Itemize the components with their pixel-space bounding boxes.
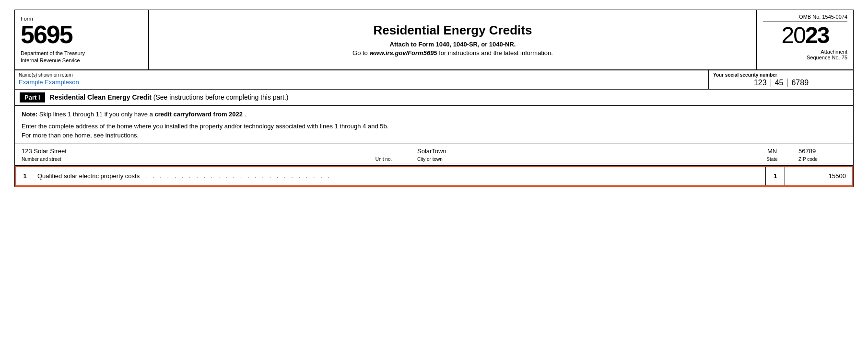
line-desc-text-1: Qualified solar electric property costs: [37, 172, 140, 180]
line-number-1: 1: [16, 167, 34, 185]
ssn-part1: 123: [754, 79, 767, 87]
attachment-text: Attachment Sequence No. 75: [763, 49, 847, 60]
line-rows-container: 1 Qualified solar electric property cost…: [15, 166, 853, 187]
address-zip-value: 56789: [798, 147, 846, 156]
note-end: .: [245, 111, 246, 118]
address-row: 123 Solar Street Number and street Unit …: [22, 147, 846, 163]
part1-header: Part I Residential Clean Energy Credit (…: [15, 90, 853, 106]
dept-line2: Internal Revenue Service: [21, 57, 80, 63]
main-title: Residential Energy Credits: [159, 23, 747, 38]
name-ssn-row: Name(s) shown on return Example Examples…: [15, 70, 853, 90]
note-section: Note: Skip lines 1 through 11 if you onl…: [15, 106, 853, 144]
line-desc-1: Qualified solar electric property costs …: [34, 167, 765, 185]
year-prefix: 20: [782, 23, 805, 48]
taxpayer-name: Example Exampleson: [19, 79, 704, 86]
address-city-value: SolarTown: [417, 147, 741, 156]
omb-number: OMB No. 1545-0074: [763, 14, 847, 22]
ssn-part3: 6789: [791, 79, 809, 87]
note-prefix: Note:: [22, 111, 37, 118]
note-text: Note: Skip lines 1 through 11 if you onl…: [22, 111, 846, 118]
note-bold: credit carryforward from 2022: [155, 111, 243, 118]
ssn-divider2: [787, 79, 787, 87]
year-suffix: 23: [805, 23, 829, 48]
form-number: 5695: [21, 22, 142, 47]
form-header: Form 5695 Department of the Treasury Int…: [15, 10, 853, 70]
ssn-label: Your social security number: [713, 72, 849, 78]
header-left: Form 5695 Department of the Treasury Int…: [15, 10, 149, 69]
part1-badge: Part I: [20, 92, 45, 102]
header-right: OMB No. 1545-0074 2023 Attachment Sequen…: [757, 10, 853, 69]
ssn-value: 123 45 6789: [713, 79, 849, 87]
line-box-label-1: 1: [765, 167, 785, 185]
subtitle2: Go to www.irs.gov/Form5695 for instructi…: [159, 49, 747, 57]
note-body: Skip lines 1 through 11 if you only have…: [39, 111, 155, 118]
line-row-1: 1 Qualified solar electric property cost…: [15, 166, 853, 187]
address-city-label: City or town: [417, 157, 741, 162]
address-city-field: SolarTown City or town: [412, 147, 751, 163]
dot-leader-1: . . . . . . . . . . . . . . . . . . . . …: [141, 172, 762, 180]
address-state-value: MN: [755, 147, 789, 156]
address-street-value: 123 Solar Street: [22, 147, 345, 156]
line-value-1: 15500: [785, 167, 852, 185]
address-street-label: Number and street: [22, 157, 345, 162]
address-unit-label: Unit no.: [360, 157, 408, 162]
subtitle1: Attach to Form 1040, 1040-SR, or 1040-NR…: [159, 41, 747, 48]
dept-line1: Department of the Treasury: [21, 50, 85, 56]
name-section: Name(s) shown on return Example Examples…: [15, 70, 709, 89]
address-zip-label: ZIP code: [798, 157, 846, 162]
address-street-field: 123 Solar Street Number and street: [22, 147, 355, 163]
ssn-section: Your social security number 123 45 6789: [709, 70, 853, 89]
name-label: Name(s) shown on return: [19, 72, 704, 78]
address-section: 123 Solar Street Number and street Unit …: [15, 144, 853, 166]
header-center: Residential Energy Credits Attach to For…: [149, 10, 757, 69]
address-state-field: MN State: [751, 147, 789, 163]
ssn-part2: 45: [775, 79, 784, 87]
address-state-label: State: [755, 157, 789, 162]
instruction-text: Enter the complete address of the home w…: [22, 122, 846, 140]
address-zip-field: 56789 ZIP code: [789, 147, 846, 163]
address-unit-value: [360, 155, 408, 156]
ssn-divider1: [771, 79, 771, 87]
year-display: 2023: [763, 24, 847, 47]
address-unit-field: Unit no.: [355, 155, 412, 163]
department-text: Department of the Treasury Internal Reve…: [21, 50, 142, 65]
part1-title: Residential Clean Energy Credit (See ins…: [50, 93, 289, 101]
form-5695: Form 5695 Department of the Treasury Int…: [14, 10, 854, 187]
